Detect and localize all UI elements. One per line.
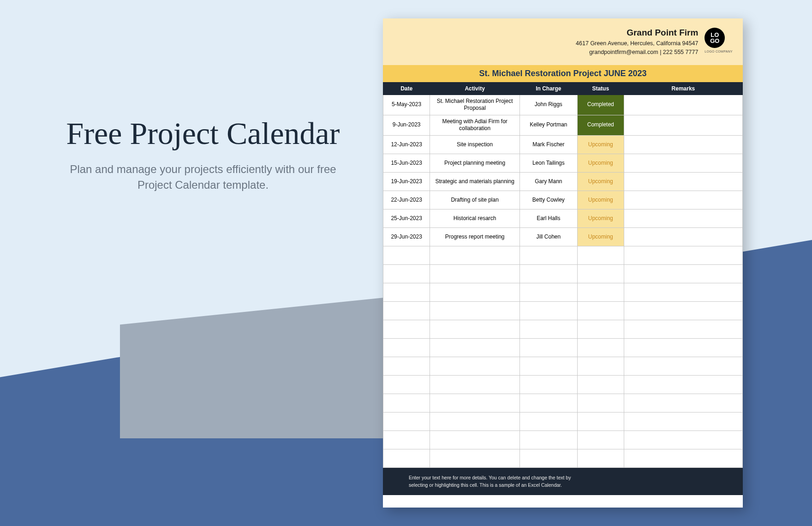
- cell-remarks: [624, 209, 742, 227]
- cell-in_charge: Betty Cowley: [520, 191, 578, 209]
- cell-remarks: [624, 135, 742, 154]
- cell-empty: [383, 301, 430, 320]
- table-row-empty: [383, 301, 743, 320]
- table-row: 15-Jun-2023Project planning meetingLeon …: [383, 154, 743, 172]
- cell-in_charge: Kelley Portman: [520, 115, 578, 135]
- cell-empty: [430, 264, 520, 283]
- table-row-empty: [383, 412, 743, 430]
- cell-empty: [430, 338, 520, 357]
- cell-empty: [520, 449, 578, 467]
- cell-empty: [520, 430, 578, 449]
- cell-empty: [624, 283, 742, 301]
- cell-activity: Progress report meeting: [430, 227, 520, 246]
- cell-date: 29-Jun-2023: [383, 227, 430, 246]
- cell-empty: [430, 301, 520, 320]
- cell-remarks: [624, 115, 742, 135]
- cell-empty: [577, 430, 624, 449]
- cell-empty: [383, 338, 430, 357]
- cell-empty: [520, 338, 578, 357]
- cell-activity: Historical resarch: [430, 209, 520, 227]
- cell-date: 15-Jun-2023: [383, 154, 430, 172]
- cell-date: 5-May-2023: [383, 95, 430, 115]
- logo-icon: LO GO: [705, 28, 725, 48]
- cell-empty: [624, 449, 742, 467]
- cell-status: Upcoming: [577, 227, 624, 246]
- cell-activity: Site inspection: [430, 135, 520, 154]
- cell-empty: [520, 246, 578, 264]
- cell-empty: [520, 375, 578, 394]
- cell-empty: [383, 246, 430, 264]
- col-in-charge: In Charge: [520, 82, 578, 95]
- table-row: 25-Jun-2023Historical resarchEarl HallsU…: [383, 209, 743, 227]
- cell-empty: [520, 394, 578, 412]
- cell-empty: [624, 264, 742, 283]
- cell-empty: [624, 301, 742, 320]
- cell-remarks: [624, 95, 742, 115]
- logo-caption: LOGO COMPANY: [705, 50, 733, 53]
- cell-empty: [430, 320, 520, 338]
- col-status: Status: [577, 82, 624, 95]
- table-row-empty: [383, 338, 743, 357]
- cell-empty: [383, 449, 430, 467]
- cell-empty: [430, 412, 520, 430]
- col-activity: Activity: [430, 82, 520, 95]
- cell-empty: [577, 338, 624, 357]
- cell-date: 9-Jun-2023: [383, 115, 430, 135]
- cell-empty: [624, 375, 742, 394]
- cell-empty: [430, 357, 520, 375]
- cell-activity: Project planning meeting: [430, 154, 520, 172]
- cell-remarks: [624, 154, 742, 172]
- page-subtitle: Plan and manage your projects efficientl…: [65, 161, 341, 192]
- cell-empty: [383, 283, 430, 301]
- cell-empty: [577, 283, 624, 301]
- cell-empty: [624, 246, 742, 264]
- firm-address: 4617 Green Avenue, Hercules, California …: [576, 39, 698, 48]
- cell-date: 22-Jun-2023: [383, 191, 430, 209]
- cell-empty: [520, 264, 578, 283]
- table-row: 19-Jun-2023Strategic and materials plann…: [383, 172, 743, 191]
- cell-status: Upcoming: [577, 154, 624, 172]
- cell-empty: [430, 449, 520, 467]
- cell-empty: [624, 412, 742, 430]
- cell-activity: Strategic and materials planning: [430, 172, 520, 191]
- table-row: 12-Jun-2023Site inspectionMark FischerUp…: [383, 135, 743, 154]
- document-preview: Grand Point Firm 4617 Green Avenue, Herc…: [383, 18, 743, 508]
- cell-empty: [520, 283, 578, 301]
- cell-empty: [520, 412, 578, 430]
- cell-empty: [383, 394, 430, 412]
- cell-activity: Drafting of site plan: [430, 191, 520, 209]
- table-row-empty: [383, 394, 743, 412]
- cell-status: Completed: [577, 115, 624, 135]
- cell-status: Upcoming: [577, 191, 624, 209]
- cell-empty: [383, 412, 430, 430]
- cell-empty: [383, 320, 430, 338]
- table-row-empty: [383, 320, 743, 338]
- table-row-empty: [383, 449, 743, 467]
- cell-remarks: [624, 172, 742, 191]
- cell-empty: [520, 301, 578, 320]
- cell-empty: [577, 301, 624, 320]
- col-remarks: Remarks: [624, 82, 742, 95]
- doc-header: Grand Point Firm 4617 Green Avenue, Herc…: [383, 18, 743, 65]
- cell-empty: [624, 357, 742, 375]
- table-row: 5-May-2023St. Michael Restoration Projec…: [383, 95, 743, 115]
- page-title: Free Project Calendar: [65, 115, 341, 151]
- cell-date: 19-Jun-2023: [383, 172, 430, 191]
- cell-in_charge: John Riggs: [520, 95, 578, 115]
- cell-empty: [520, 357, 578, 375]
- cell-date: 12-Jun-2023: [383, 135, 430, 154]
- cell-in_charge: Earl Halls: [520, 209, 578, 227]
- cell-empty: [624, 430, 742, 449]
- firm-contact: grandpointfirm@email.com | 222 555 7777: [576, 48, 698, 57]
- cell-empty: [577, 264, 624, 283]
- cell-in_charge: Jill Cohen: [520, 227, 578, 246]
- cell-empty: [430, 430, 520, 449]
- firm-name: Grand Point Firm: [576, 28, 698, 38]
- table-row-empty: [383, 357, 743, 375]
- cell-status: Upcoming: [577, 172, 624, 191]
- cell-empty: [430, 394, 520, 412]
- cell-empty: [577, 375, 624, 394]
- cell-empty: [577, 394, 624, 412]
- cell-in_charge: Mark Fischer: [520, 135, 578, 154]
- cell-empty: [383, 357, 430, 375]
